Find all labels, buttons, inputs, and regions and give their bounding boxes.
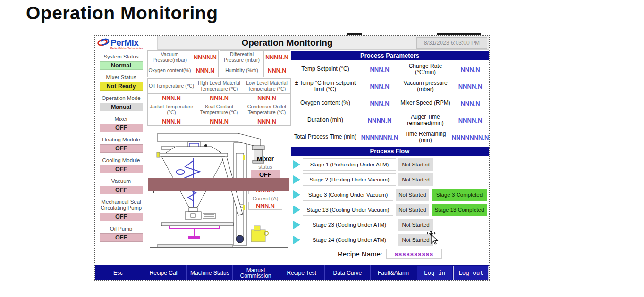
stage-arrow-icon (293, 190, 300, 199)
recipe-test-button[interactable]: Recipe Test (279, 265, 325, 280)
param-value: NNNN.N (451, 112, 489, 129)
param-label: Oxygen content (%) (291, 95, 360, 112)
stage-arrow-icon (293, 236, 300, 244)
cooling-module-indicator: OFF (100, 165, 143, 173)
stage-button[interactable]: Stage 23 (Cooling Under ATM) (303, 219, 396, 231)
param-label: ± Temp °C from setpoint limit (°C) (291, 78, 360, 95)
stage-status: Not Started (396, 204, 429, 216)
hmi-header: PerMix Perfect Mixing Technologies Opera… (95, 36, 489, 50)
sensor-label: Differential Pressure (mbar) (220, 50, 264, 64)
stage-completed-badge: Stage 13 Completed (432, 204, 487, 216)
sensor-value: NNN.N (192, 64, 219, 77)
seal-pump-group: Mechanical Seal Circulating Pump OFF (95, 198, 147, 221)
bottom-nav-bar: Esc Recipe Call Machine Status Manual Co… (95, 265, 489, 280)
recipe-name-value: ssssssssss (386, 249, 442, 259)
stage-arrow-icon (293, 175, 300, 184)
status-label: Oil Pump (95, 225, 147, 233)
status-label: Cooling Module (95, 157, 147, 165)
status-label: System Status (95, 53, 147, 61)
param-value: NNN.N (451, 61, 489, 78)
manual-commission-button[interactable]: Manual Commission (233, 265, 279, 280)
mixer-onoff-group: Mixer OFF (95, 115, 147, 132)
screen-edge-artifact (437, 33, 481, 35)
stage-row: Stage 24 (Cooling Under ATM) Not Started (293, 233, 487, 246)
status-label: Vacuum (95, 177, 147, 186)
oil-pump-indicator: OFF (100, 233, 143, 242)
param-value: NNN.N (360, 95, 399, 112)
param-label: Vacuum pressure (mbar) (399, 78, 451, 95)
param-label: Duration (min) (291, 112, 360, 129)
temp-value: NNN.N (243, 93, 291, 102)
operation-mode-indicator[interactable]: Manual (100, 103, 143, 111)
stage-button[interactable]: Stage 24 (Cooling Under ATM) (303, 234, 396, 246)
login-button[interactable]: Log-in (417, 266, 452, 280)
operation-mode-group: Operation Mode Manual (95, 94, 147, 111)
recipe-call-button[interactable]: Recipe Call (141, 265, 187, 280)
process-flow-header: Process Flow (291, 147, 489, 156)
temp-value: NNN.N (147, 93, 195, 102)
system-status-indicator: Normal (100, 61, 143, 70)
status-sidebar: System Status Normal Mixer Status Not Re… (95, 50, 147, 267)
recipe-name-label: Recipe Name: (338, 250, 382, 258)
temp-value: NNN.N (147, 117, 195, 126)
param-value: NNNNNNN.N (451, 129, 489, 146)
permix-swirl-icon (97, 38, 110, 48)
param-label: Change Rate (℃/min) (399, 61, 451, 78)
status-label: Mechanical Seal Circulating Pump (95, 198, 147, 213)
machine-status-button[interactable]: Machine Status (187, 265, 233, 280)
temp-label: Seal Coolant Temperature (℃) (195, 102, 243, 117)
stage-row: Stage 1 (Preheating Under ATM) Not Start… (293, 158, 487, 171)
data-curve-button[interactable]: Data Curve (325, 265, 371, 280)
mixer-status-value: OFF (251, 170, 280, 179)
heating-module-group: Heating Module OFF (95, 136, 147, 153)
sensor-value: NNNN.N (263, 50, 290, 64)
param-value: NNNN.N (451, 78, 489, 95)
temp-value: NNN.N (195, 93, 243, 102)
stage-status: Not Started (398, 219, 433, 231)
temperature-readouts: Oil Temperature (℃) High Level Material … (148, 79, 290, 126)
cooling-module-group: Cooling Module OFF (95, 157, 147, 173)
system-status-group: System Status Normal (95, 53, 147, 70)
mixer-current-label: Current (A) (241, 196, 289, 201)
param-label: Total Process Time (min) (291, 129, 360, 146)
fault-alarm-button[interactable]: Fault&Alarm (371, 265, 416, 280)
hmi-panel: PerMix Perfect Mixing Technologies Opera… (94, 35, 490, 281)
screen-edge-artifact (347, 33, 362, 35)
process-parameters-header: Process Parameters (291, 51, 489, 60)
param-value: NNN.N (360, 78, 399, 95)
temp-label: High Level Material Temperature (℃) (195, 78, 243, 94)
esc-button[interactable]: Esc (95, 265, 141, 280)
datetime-display: 8/31/2023 6:03:00 PM (416, 37, 487, 49)
stage-button[interactable]: Stage 2 (Heating Under Vacuum) (303, 173, 396, 186)
sensor-and-diagram-column: Vacuum Pressure(mbar) NNNN.N Differentia… (147, 50, 290, 267)
param-label: Auger Time remained(min) (399, 112, 451, 129)
vacuum-group: Vacuum OFF (95, 177, 147, 194)
sensor-readouts: Vacuum Pressure(mbar) NNNN.N Differentia… (148, 51, 290, 77)
process-parameters-grid: Temp Setpoint (°C) NNN.N Change Rate (℃/… (291, 61, 489, 146)
param-label: Mixer Speed (RPM) (399, 95, 451, 112)
temp-value: NNN.N (243, 117, 291, 126)
vacuum-indicator: OFF (100, 186, 143, 194)
sensor-value: NNN.N (263, 64, 290, 77)
page-title: Operation Monitoring (26, 3, 218, 24)
stage-button[interactable]: Stage 3 (Cooling Under Vacuum) (303, 189, 393, 201)
stage-button[interactable]: Stage 1 (Preheating Under ATM) (303, 158, 396, 171)
param-value: NNNNNNN.N (360, 129, 399, 146)
stage-status: Not Started (398, 234, 433, 246)
stage-arrow-icon (293, 206, 300, 214)
temp-value: NNN.N (195, 117, 243, 126)
param-label: Time Remaining (min) (399, 129, 451, 146)
screen-title: Operation Monitoring (158, 38, 416, 48)
stage-row: Stage 23 (Cooling Under ATM) Not Started (293, 218, 487, 231)
logout-button[interactable]: Log-out (453, 266, 489, 280)
oil-pump-group: Oil Pump OFF (95, 225, 147, 242)
permix-logo: PerMix Perfect Mixing Technologies (95, 36, 158, 50)
mixer-current-value: NNN.N (248, 202, 282, 210)
stage-status: Not Started (396, 189, 429, 201)
temp-label: Oil Temperature (℃) (147, 78, 195, 94)
process-column: Process Parameters Temp Setpoint (°C) NN… (290, 50, 489, 267)
temp-label: Jacket Temperature (℃) (147, 102, 195, 117)
recipe-row: Recipe Name: ssssssssss (290, 249, 489, 259)
stage-button[interactable]: Stage 13 (Cooling Under Vacuum) (303, 204, 393, 216)
stage-arrow-icon (293, 221, 300, 229)
